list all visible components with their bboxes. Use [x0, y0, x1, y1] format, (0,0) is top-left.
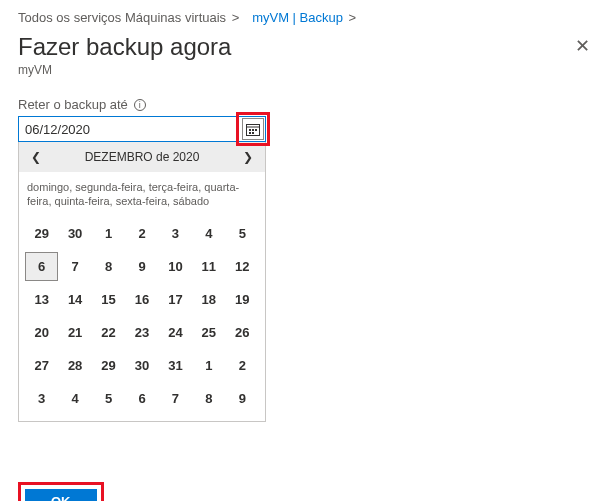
- calendar-day-cell[interactable]: 21: [58, 318, 91, 347]
- calendar-day-cell[interactable]: 29: [92, 351, 125, 380]
- calendar-day-cell[interactable]: 13: [25, 285, 58, 314]
- retain-until-label: Reter o backup até: [18, 97, 128, 112]
- date-picker-popup: ❮ DEZEMBRO de 2020 ❯ domingo, segunda-fe…: [18, 142, 266, 422]
- calendar-day-cell[interactable]: 27: [25, 351, 58, 380]
- calendar-day-cell[interactable]: 22: [92, 318, 125, 347]
- calendar-day-cell[interactable]: 9: [226, 384, 259, 413]
- close-icon: ✕: [575, 36, 590, 56]
- calendar-day-cell[interactable]: 5: [226, 219, 259, 248]
- calendar-month-title[interactable]: DEZEMBRO de 2020: [85, 150, 200, 164]
- calendar-day-cell[interactable]: 12: [226, 252, 259, 281]
- calendar-day-cell[interactable]: 4: [192, 219, 225, 248]
- info-icon[interactable]: i: [134, 99, 146, 111]
- calendar-day-cell[interactable]: 16: [125, 285, 158, 314]
- calendar-day-cell[interactable]: 15: [92, 285, 125, 314]
- calendar-day-cell[interactable]: 3: [159, 219, 192, 248]
- ok-button[interactable]: OK: [25, 489, 97, 501]
- calendar-day-cell[interactable]: 7: [159, 384, 192, 413]
- calendar-day-cell[interactable]: 6: [25, 252, 58, 281]
- breadcrumb-item-myvm[interactable]: myVM | Backup: [252, 10, 343, 25]
- calendar-day-cell[interactable]: 7: [58, 252, 91, 281]
- calendar-day-cell[interactable]: 28: [58, 351, 91, 380]
- calendar-day-cell[interactable]: 2: [125, 219, 158, 248]
- calendar-day-cell[interactable]: 18: [192, 285, 225, 314]
- highlight-box-calendar: [236, 112, 270, 146]
- page-title: Fazer backup agora: [18, 33, 231, 61]
- calendar-day-cell[interactable]: 30: [125, 351, 158, 380]
- calendar-day-cell[interactable]: 1: [192, 351, 225, 380]
- calendar-day-cell[interactable]: 17: [159, 285, 192, 314]
- retain-until-input[interactable]: [18, 116, 266, 142]
- calendar-icon: [246, 123, 260, 136]
- calendar-day-cell[interactable]: 6: [125, 384, 158, 413]
- calendar-day-cell[interactable]: 19: [226, 285, 259, 314]
- calendar-day-cell[interactable]: 31: [159, 351, 192, 380]
- page-subtitle: myVM: [18, 63, 594, 77]
- calendar-day-cell[interactable]: 3: [25, 384, 58, 413]
- calendar-day-cell[interactable]: 30: [58, 219, 91, 248]
- svg-rect-4: [255, 129, 257, 131]
- prev-month-button[interactable]: ❮: [25, 146, 47, 168]
- svg-rect-5: [249, 132, 251, 134]
- breadcrumb: Todos os serviços Máquinas virtuais > my…: [18, 10, 594, 25]
- calendar-day-cell[interactable]: 10: [159, 252, 192, 281]
- calendar-day-cell[interactable]: 4: [58, 384, 91, 413]
- calendar-day-cell[interactable]: 8: [92, 252, 125, 281]
- calendar-day-cell[interactable]: 23: [125, 318, 158, 347]
- calendar-day-cell[interactable]: 29: [25, 219, 58, 248]
- highlight-box-ok: OK: [18, 482, 104, 501]
- calendar-day-cell[interactable]: 8: [192, 384, 225, 413]
- calendar-day-cell[interactable]: 5: [92, 384, 125, 413]
- calendar-day-cell[interactable]: 1: [92, 219, 125, 248]
- calendar-day-cell[interactable]: 25: [192, 318, 225, 347]
- calendar-day-cell[interactable]: 24: [159, 318, 192, 347]
- svg-rect-2: [249, 129, 251, 131]
- calendar-day-cell[interactable]: 14: [58, 285, 91, 314]
- svg-rect-6: [252, 132, 254, 134]
- calendar-day-cell[interactable]: 9: [125, 252, 158, 281]
- calendar-grid: 2930123456789101112131415161718192021222…: [19, 215, 265, 421]
- svg-rect-3: [252, 129, 254, 131]
- breadcrumb-sep-2: >: [349, 10, 357, 25]
- calendar-day-cell[interactable]: 11: [192, 252, 225, 281]
- close-button[interactable]: ✕: [571, 33, 594, 59]
- breadcrumb-sep: >: [232, 10, 240, 25]
- calendar-day-cell[interactable]: 26: [226, 318, 259, 347]
- breadcrumb-item-vms[interactable]: Máquinas virtuais: [125, 10, 226, 25]
- breadcrumb-item-services[interactable]: Todos os serviços: [18, 10, 121, 25]
- calendar-day-names: domingo, segunda-feira, terça-feira, qua…: [19, 172, 265, 215]
- calendar-picker-button[interactable]: [242, 118, 264, 140]
- calendar-day-cell[interactable]: 20: [25, 318, 58, 347]
- next-month-button[interactable]: ❯: [237, 146, 259, 168]
- calendar-day-cell[interactable]: 2: [226, 351, 259, 380]
